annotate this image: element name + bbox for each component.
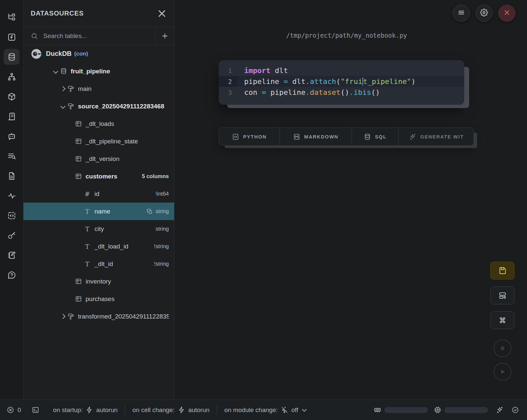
connection-status-button[interactable] bbox=[511, 406, 519, 414]
add-cell-sql-button[interactable]: SQL bbox=[352, 128, 398, 145]
tree-row-id[interactable]: #id!int64 bbox=[23, 185, 174, 203]
save-button[interactable] bbox=[490, 262, 514, 280]
code-line-1[interactable]: 1import dlt bbox=[219, 65, 464, 76]
segment-value: autorun bbox=[188, 406, 209, 414]
add-cell-python-button[interactable]: PYTHON bbox=[219, 128, 280, 145]
segment-label: on startup: bbox=[53, 406, 83, 414]
copy-icon[interactable] bbox=[147, 209, 153, 214]
config-on-startup-toggle[interactable]: on startup:autorun bbox=[53, 406, 118, 414]
rail-item-help-bubble[interactable] bbox=[4, 267, 19, 283]
tree-meta: string bbox=[147, 208, 169, 214]
window-controls bbox=[453, 5, 515, 22]
tree-row-_dlt_id[interactable]: T_dlt_id!string bbox=[23, 255, 174, 273]
rail-item-database[interactable] bbox=[4, 49, 19, 65]
roller-icon bbox=[66, 313, 75, 320]
add-cell-label: SQL bbox=[375, 134, 387, 139]
search-input[interactable] bbox=[43, 32, 155, 40]
chevron-right-icon[interactable] bbox=[59, 315, 66, 318]
tree-row-transformed_202504291112283581[interactable]: transformed_202504291112283581 bbox=[23, 308, 174, 325]
layout-icon bbox=[498, 291, 507, 300]
tree-label: _dlt_id bbox=[94, 260, 154, 268]
search-box[interactable] bbox=[23, 27, 156, 45]
text-type-icon: T bbox=[83, 225, 92, 233]
add-cell-label: PYTHON bbox=[243, 134, 267, 139]
tree-row-_dlt_pipeline_state[interactable]: _dlt_pipeline_state bbox=[23, 133, 174, 150]
error-count-button[interactable]: 0 bbox=[7, 406, 21, 414]
tree-row-_dlt_loads[interactable]: _dlt_loads bbox=[23, 115, 174, 133]
engine-row-duckdb[interactable]: DuckDB(con) bbox=[23, 45, 174, 62]
table-icon bbox=[74, 138, 83, 145]
scratchpad-icon bbox=[7, 251, 16, 260]
close-icon[interactable] bbox=[156, 8, 168, 19]
duckdb-logo-icon bbox=[31, 48, 42, 59]
hamburger-icon bbox=[457, 9, 465, 18]
code-cell[interactable]: 1import dlt2pipeline = dlt.attach("fruit… bbox=[219, 60, 464, 105]
tree-label: inventory bbox=[86, 278, 169, 285]
tree-row-name[interactable]: Tnamestring bbox=[23, 203, 174, 220]
run-controls bbox=[494, 339, 511, 386]
terminal-button[interactable] bbox=[32, 406, 39, 414]
segment-label: on module change: bbox=[224, 406, 278, 414]
chevron-down-icon[interactable] bbox=[52, 69, 59, 73]
stop-button[interactable] bbox=[494, 339, 511, 357]
chevron-down-icon[interactable] bbox=[59, 104, 66, 108]
tree-label: main bbox=[78, 85, 169, 93]
tree-label: _dlt_pipeline_state bbox=[86, 138, 169, 145]
rail-item-list-search[interactable] bbox=[4, 148, 19, 164]
rail-item-dependency-graph[interactable] bbox=[4, 69, 19, 85]
shutdown-button[interactable] bbox=[498, 5, 515, 22]
add-cell-markdown-button[interactable]: MARKDOWN bbox=[280, 128, 352, 145]
rail-item-snippet-code[interactable] bbox=[4, 208, 19, 223]
rail-item-activity[interactable] bbox=[4, 188, 19, 204]
code-line-3[interactable]: 3con = pipeline.dataset().ibis() bbox=[219, 87, 464, 98]
add-datasource-button[interactable] bbox=[156, 27, 174, 45]
chat-bot-icon bbox=[7, 132, 16, 141]
tree-row-_dlt_load_id[interactable]: T_dlt_load_id!string bbox=[23, 238, 174, 255]
rail-item-function-square[interactable] bbox=[4, 29, 19, 45]
chevron-right-icon[interactable] bbox=[59, 87, 66, 91]
tree-row-main[interactable]: main bbox=[23, 80, 174, 97]
tree-row-customers[interactable]: customers5 columns bbox=[23, 168, 174, 185]
tree-row-city[interactable]: Tcitystring bbox=[23, 220, 174, 238]
tree-row-purchases[interactable]: purchases bbox=[23, 290, 174, 308]
sparkles-icon bbox=[496, 406, 504, 414]
separator bbox=[125, 405, 125, 415]
table-icon bbox=[74, 278, 83, 285]
rail-item-file-tree[interactable] bbox=[4, 9, 19, 25]
play-icon bbox=[499, 368, 506, 375]
config-on-cell-change-toggle[interactable]: on cell change:autorun bbox=[132, 406, 209, 414]
snippet-code-icon bbox=[7, 211, 16, 220]
text-type-icon: T bbox=[83, 243, 92, 250]
tree-row-_dlt_version[interactable]: _dlt_version bbox=[23, 150, 174, 168]
key-icon bbox=[7, 231, 16, 240]
add-cell-generate-wit-button[interactable]: GENERATE WIT bbox=[398, 128, 474, 145]
zap-icon bbox=[86, 406, 93, 414]
ai-assistant-button[interactable] bbox=[496, 406, 504, 414]
tree-label: city bbox=[94, 225, 156, 233]
run-button[interactable] bbox=[494, 363, 511, 381]
settings-button[interactable] bbox=[475, 5, 493, 22]
save-icon bbox=[498, 266, 507, 275]
rail-item-chat-bot[interactable] bbox=[4, 128, 19, 144]
connection-badge: (con) bbox=[74, 51, 88, 57]
rail-item-scratchpad[interactable] bbox=[4, 247, 19, 263]
line-number: 1 bbox=[219, 65, 237, 76]
layout-button[interactable] bbox=[490, 286, 514, 304]
memory-usage-meter bbox=[374, 406, 428, 414]
tree-row-fruit_pipeline[interactable]: fruit_pipeline bbox=[23, 62, 174, 80]
rail-item-document[interactable] bbox=[4, 168, 19, 184]
add-cell-label: MARKDOWN bbox=[304, 134, 339, 139]
tree-label: fruit_pipeline bbox=[71, 68, 169, 75]
menu-button[interactable] bbox=[453, 5, 470, 22]
tree-row-source_202504291112283468[interactable]: source_202504291112283468 bbox=[23, 97, 174, 115]
rail-item-package-cube[interactable] bbox=[4, 89, 19, 104]
shortcuts-button[interactable] bbox=[490, 311, 514, 329]
config-on-module-change-toggle[interactable]: on module change:off bbox=[224, 406, 306, 414]
error-count: 0 bbox=[18, 406, 21, 414]
tree-label: _dlt_load_id bbox=[94, 243, 154, 250]
rail-item-key[interactable] bbox=[4, 227, 19, 243]
rail-item-scroll[interactable] bbox=[4, 108, 19, 124]
tree-row-inventory[interactable]: inventory bbox=[23, 273, 174, 290]
code-line-2[interactable]: 2pipeline = dlt.attach("fruit_pipeline") bbox=[219, 76, 464, 87]
tree-meta: !string bbox=[154, 261, 169, 267]
